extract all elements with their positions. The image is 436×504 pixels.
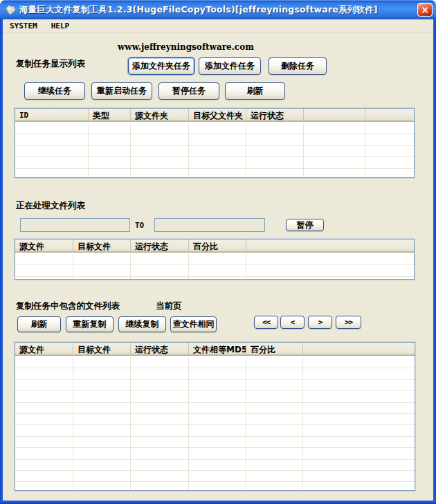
app-icon [5,3,17,16]
column-separator [188,254,189,279]
column-header-run-status[interactable]: 运行状态 [131,343,189,354]
page-first-button[interactable]: << [254,316,278,329]
column-header-type[interactable]: 类型 [89,109,131,120]
column-header-run-status[interactable]: 运行状态 [246,109,304,120]
column-separator [302,357,303,490]
menubar: SYSTEM HELP [3,19,433,33]
column-header-source-file[interactable]: 源文件 [15,343,73,354]
website-text: www.jeffreyningsoftware.com [118,42,230,52]
pause-task-button[interactable]: 暂停任务 [158,82,219,100]
column-header-run-status[interactable]: 运行状态 [131,240,189,251]
column-header-filler [303,343,415,354]
column-header-id[interactable]: ID [15,109,89,120]
recopy-button[interactable]: 重新复制 [66,316,113,332]
column-header-percent[interactable]: 百分比 [246,343,303,354]
table-row[interactable] [15,448,415,459]
column-header-target-file[interactable]: 目标文件 [73,343,131,354]
table-row[interactable] [15,437,415,448]
files-table-header: 源文件 目标文件 运行状态 文件相等MD5 百分比 [15,343,415,356]
titlebar: 海量巨大文件复制工具1.2.3(HugeFileCopyTools)[jeffr… [0,0,436,19]
source-file-input[interactable] [20,218,130,232]
table-row[interactable] [15,157,414,168]
continue-copy-button[interactable]: 继续复制 [118,316,166,332]
add-folder-task-button[interactable]: 添加文件夹任务 [128,57,194,75]
files-table-body[interactable] [15,357,415,490]
table-row[interactable] [15,391,415,402]
add-file-task-button[interactable]: 添加文件任务 [199,57,261,75]
table-row[interactable] [15,482,415,490]
table-row[interactable] [15,134,414,145]
table-row[interactable] [15,368,415,379]
column-header-filler [246,240,414,251]
files-section-label: 复制任务中包含的文件列表 [16,300,120,312]
column-separator [246,254,246,279]
processing-table-header: 源文件 目标文件 运行状态 百分比 [15,240,414,253]
table-row[interactable] [15,169,414,177]
tasks-table-body[interactable] [15,123,414,177]
column-separator [188,357,189,490]
processing-table[interactable]: 源文件 目标文件 运行状态 百分比 [15,239,415,280]
current-page-label: 当前页 [156,300,182,312]
files-table[interactable]: 源文件 目标文件 运行状态 文件相等MD5 百分比 [15,342,415,491]
restart-task-button[interactable]: 重新启动任务 [91,82,152,100]
table-row[interactable] [15,460,415,471]
table-row[interactable] [15,265,414,276]
column-header-percent[interactable]: 百分比 [189,240,246,251]
column-separator [246,123,246,177]
table-row[interactable] [15,146,414,157]
tasks-section-label: 复制任务显示列表 [16,58,85,70]
column-separator [130,123,131,177]
menu-item-system[interactable]: SYSTEM [8,21,39,31]
target-file-input[interactable] [154,218,265,232]
tasks-table[interactable]: ID 类型 源文件夹 目标父文件夹 运行状态 [15,108,415,178]
table-row[interactable] [15,277,414,279]
column-separator [246,357,246,490]
column-separator [365,123,365,177]
page-last-button[interactable]: >> [336,316,361,329]
column-header-source-file[interactable]: 源文件 [15,240,73,251]
page-next-button[interactable]: > [308,316,332,329]
page-prev-button[interactable]: < [280,316,305,329]
window-title: 海量巨大文件复制工具1.2.3(HugeFileCopyTools)[jeffr… [19,4,410,16]
column-separator [73,254,73,279]
column-header-md5-equal[interactable]: 文件相等MD5 [189,343,246,354]
table-row[interactable] [15,254,414,265]
processing-section-label: 正在处理文件列表 [16,200,85,212]
pause-processing-button[interactable]: 暂停 [286,219,324,231]
table-row[interactable] [15,471,415,482]
window-border-left [0,19,3,504]
check-file-same-button[interactable]: 查文件相同 [170,316,217,332]
refresh-tasks-button[interactable]: 刷新 [225,82,285,100]
app-window: 海量巨大文件复制工具1.2.3(HugeFileCopyTools)[jeffr… [0,0,436,504]
column-header-target-parent-folder[interactable]: 目标父文件夹 [189,109,246,120]
table-row[interactable] [15,403,415,414]
column-header-filler [365,109,414,120]
processing-table-body[interactable] [15,254,414,279]
column-separator [130,357,131,490]
close-icon[interactable]: × [417,3,433,17]
column-separator [188,123,189,177]
to-label: TO [135,221,144,230]
window-border-right [433,19,436,504]
table-row[interactable] [15,425,415,436]
tasks-table-header: ID 类型 源文件夹 目标父文件夹 运行状态 [15,109,414,122]
column-header-empty[interactable] [304,109,365,120]
column-header-target-file[interactable]: 目标文件 [73,240,131,251]
menu-item-help[interactable]: HELP [50,21,71,31]
table-row[interactable] [15,380,415,391]
column-header-source-folder[interactable]: 源文件夹 [131,109,189,120]
delete-task-button[interactable]: 删除任务 [269,57,327,75]
refresh-files-button[interactable]: 刷新 [17,316,61,332]
window-border-bottom [0,501,436,504]
column-separator [88,123,89,177]
column-separator [73,357,73,490]
table-row[interactable] [15,414,415,425]
column-separator [303,123,304,177]
table-row[interactable] [15,357,415,368]
column-separator [130,254,131,279]
table-row[interactable] [15,123,414,134]
continue-task-button[interactable]: 继续任务 [24,82,85,100]
